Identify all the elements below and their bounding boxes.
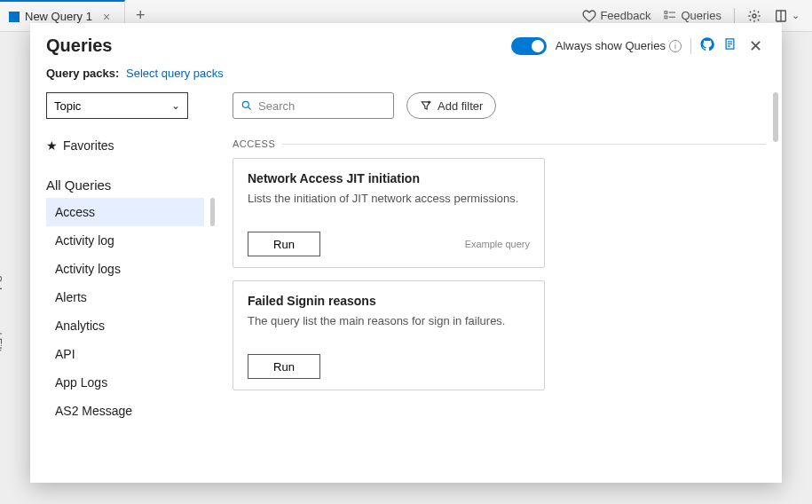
svg-point-11 (242, 101, 248, 107)
query-card: Network Access JIT initiation Lists the … (233, 158, 545, 268)
github-icon[interactable] (700, 37, 714, 55)
card-desc: The query list the main reasons for sign… (248, 313, 530, 329)
run-button[interactable]: Run (248, 354, 320, 379)
topic-dropdown[interactable]: Topic ⌄ (46, 92, 188, 119)
category-access[interactable]: Access (46, 198, 204, 226)
category-activity-log[interactable]: Activity log (46, 226, 204, 255)
category-app-logs[interactable]: App Logs (46, 368, 204, 397)
modal-title: Queries (46, 35, 112, 56)
search-placeholder: Search (258, 99, 295, 113)
category-analytics[interactable]: Analytics (46, 311, 204, 340)
queries-modal: Queries Always show Queries i ✕ Query pa… (30, 23, 782, 483)
all-queries-heading[interactable]: All Queries (46, 177, 204, 193)
category-alerts[interactable]: Alerts (46, 283, 204, 311)
query-packs-row: Query packs: Select query packs (30, 61, 782, 92)
add-filter-button[interactable]: Add filter (406, 92, 496, 119)
svg-line-12 (248, 107, 251, 110)
modal-header: Queries Always show Queries i ✕ (30, 23, 782, 61)
card-title: Failed Signin reasons (248, 294, 530, 308)
filter-plus-icon (420, 99, 432, 112)
topic-label: Topic (54, 99, 81, 113)
right-column: Search Add filter ACCESS Network Access … (233, 92, 766, 483)
document-icon[interactable] (723, 37, 737, 54)
left-column: Topic ⌄ ★ Favorites All Queries Access A… (46, 92, 204, 483)
section-heading: ACCESS (233, 138, 766, 149)
star-icon: ★ (46, 138, 58, 153)
info-icon[interactable]: i (669, 40, 682, 52)
search-icon (240, 99, 253, 112)
query-cards: Network Access JIT initiation Lists the … (233, 158, 766, 390)
controls-row: Search Add filter (233, 92, 766, 119)
query-card: Failed Signin reasons The query list the… (233, 280, 545, 390)
category-list: Access Activity log Activity logs Alerts… (46, 198, 204, 425)
search-input[interactable]: Search (233, 92, 394, 119)
select-query-packs-link[interactable]: Select query packs (126, 67, 224, 80)
close-modal-button[interactable]: ✕ (745, 36, 766, 56)
results-scrollbar[interactable] (773, 92, 778, 142)
always-show-toggle[interactable] (511, 37, 547, 55)
favorites-label: Favorites (63, 138, 114, 153)
category-activity-logs[interactable]: Activity logs (46, 255, 204, 283)
query-packs-label: Query packs: (46, 67, 119, 80)
run-button[interactable]: Run (248, 232, 320, 256)
card-title: Network Access JIT initiation (248, 171, 530, 185)
always-show-label: Always show Queries i (556, 39, 682, 52)
category-as2-message[interactable]: AS2 Message (46, 397, 204, 425)
category-scrollbar[interactable] (210, 198, 215, 226)
chevron-down-icon: ⌄ (171, 99, 180, 112)
card-desc: Lists the initiation of JIT network acce… (248, 191, 530, 207)
separator (690, 38, 691, 54)
favorites-row[interactable]: ★ Favorites (46, 138, 204, 153)
example-tag: Example query (465, 239, 530, 249)
category-api[interactable]: API (46, 340, 204, 368)
